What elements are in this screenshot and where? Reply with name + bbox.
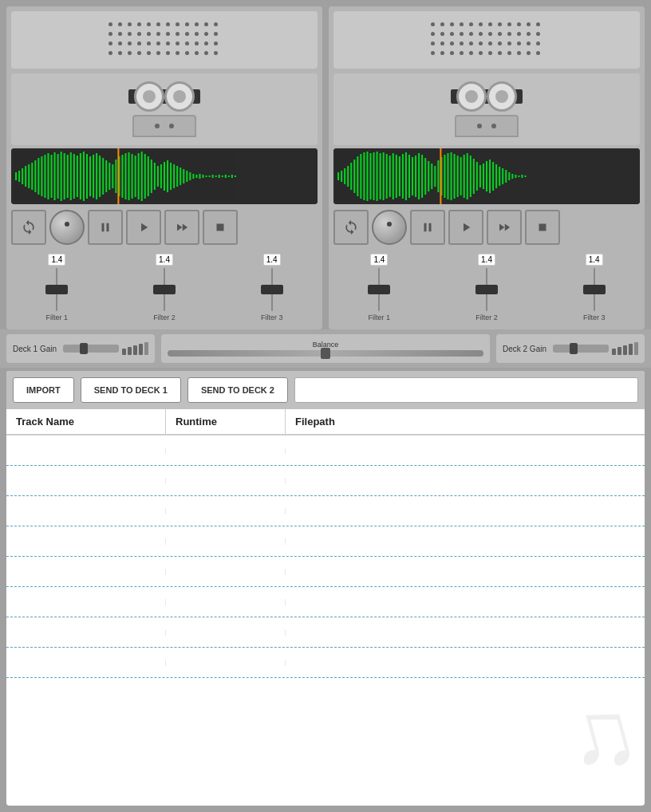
deck2-filter3-slider[interactable]: [594, 266, 595, 313]
meter-bar: [128, 347, 132, 355]
deck2-stop-button[interactable]: [525, 210, 560, 245]
deck1-stop-button[interactable]: [203, 210, 238, 245]
svg-rect-98: [421, 155, 423, 198]
deck1-filter2: 1.4 Filter 2: [119, 254, 211, 321]
svg-rect-91: [399, 156, 400, 196]
deck2-loop-button[interactable]: [333, 210, 369, 245]
cell-filepath: [286, 660, 645, 666]
svg-rect-84: [377, 152, 378, 201]
table-row[interactable]: [6, 496, 645, 526]
meter-bar: [623, 345, 627, 355]
deck2-filter1-slider[interactable]: [378, 266, 380, 313]
svg-rect-32: [115, 160, 116, 193]
dot: [147, 51, 151, 55]
table-row[interactable]: [6, 436, 645, 466]
table-row[interactable]: [6, 587, 645, 617]
svg-rect-47: [164, 162, 165, 191]
svg-rect-50: [173, 164, 175, 188]
svg-rect-106: [447, 153, 448, 199]
dot: [195, 41, 199, 45]
table-row[interactable]: [6, 648, 645, 678]
track: [594, 268, 595, 311]
send-to-deck2-button[interactable]: SEND TO DECK 2: [187, 377, 288, 403]
deck1-pause-button[interactable]: [88, 210, 123, 245]
svg-rect-34: [121, 155, 123, 198]
svg-rect-101: [431, 164, 432, 189]
svg-rect-59: [202, 175, 203, 178]
track: [486, 268, 487, 311]
table-row[interactable]: [6, 526, 645, 557]
dot: [479, 51, 483, 55]
deck1-pitch-knob[interactable]: [49, 210, 85, 245]
search-input[interactable]: [295, 378, 637, 402]
svg-rect-43: [151, 160, 152, 193]
dot: [450, 22, 454, 26]
balance-section: Balance: [161, 334, 490, 363]
svg-rect-89: [393, 153, 394, 199]
svg-rect-95: [412, 157, 413, 195]
svg-rect-117: [483, 164, 484, 189]
balance-slider[interactable]: [168, 350, 483, 357]
svg-rect-46: [160, 164, 162, 188]
deck1-filter3-slider[interactable]: [271, 266, 273, 313]
cell-runtime: [166, 569, 286, 575]
deck2-reel-right: [487, 81, 517, 112]
deck1-filter2-slider[interactable]: [164, 266, 165, 313]
dot: [536, 51, 540, 55]
svg-rect-81: [366, 152, 368, 201]
send-to-deck1-button[interactable]: SEND TO DECK 1: [81, 377, 181, 403]
dot: [450, 41, 454, 45]
deck2-head: [455, 115, 519, 137]
dot: [517, 41, 521, 45]
track: [56, 268, 57, 311]
svg-rect-103: [437, 160, 439, 192]
grille-dots-1: [108, 22, 220, 57]
dot: [469, 32, 473, 36]
cell-track: [6, 569, 166, 575]
deck2-gain-slider[interactable]: [553, 345, 609, 353]
dot: [137, 41, 141, 45]
cell-track: [6, 629, 166, 636]
deck1-fastforward-button[interactable]: [164, 210, 199, 245]
svg-rect-129: [521, 175, 523, 178]
deck1-filter1-slider[interactable]: [56, 266, 57, 313]
svg-rect-17: [67, 155, 69, 198]
svg-rect-45: [157, 166, 159, 187]
svg-rect-74: [344, 168, 345, 184]
svg-rect-11: [47, 153, 49, 199]
library-toolbar: IMPORT SEND TO DECK 1 SEND TO DECK 2: [6, 371, 645, 409]
cell-filepath: [286, 629, 645, 636]
svg-rect-114: [473, 159, 475, 194]
svg-rect-87: [386, 154, 388, 199]
svg-rect-52: [180, 168, 181, 185]
deck2-play-button[interactable]: [448, 210, 483, 245]
deck1-gain-slider[interactable]: [63, 345, 119, 353]
dot: [128, 41, 132, 45]
svg-rect-14: [57, 154, 59, 199]
import-button[interactable]: IMPORT: [13, 377, 74, 403]
table-row[interactable]: [6, 557, 645, 587]
deck2-pitch-knob[interactable]: [372, 210, 407, 245]
table-row[interactable]: [6, 466, 645, 496]
dot: [536, 22, 540, 26]
knob-indicator: [387, 222, 392, 227]
svg-rect-19: [73, 154, 75, 199]
deck2-pause-button[interactable]: [410, 210, 445, 245]
track: [378, 268, 380, 311]
dot: [118, 32, 122, 36]
deck2-filter2-slider[interactable]: [486, 266, 487, 313]
dot: [214, 41, 218, 45]
svg-rect-122: [499, 167, 500, 186]
head-dot: [169, 124, 174, 128]
table-row[interactable]: [6, 617, 645, 648]
deck2-fastforward-button[interactable]: [487, 210, 522, 245]
search-input-area[interactable]: [294, 377, 638, 403]
deck1-cassette: [11, 73, 318, 145]
dot: [147, 22, 151, 26]
deck1-loop-button[interactable]: [11, 210, 46, 245]
deck2-cassette: [333, 73, 640, 145]
deck1-filter1-value: 1.4: [48, 254, 65, 266]
deck1-play-button[interactable]: [126, 210, 161, 245]
main-container: 1.4 Filter 1 1.4 Filter 2: [0, 0, 651, 812]
dot: [204, 51, 208, 55]
